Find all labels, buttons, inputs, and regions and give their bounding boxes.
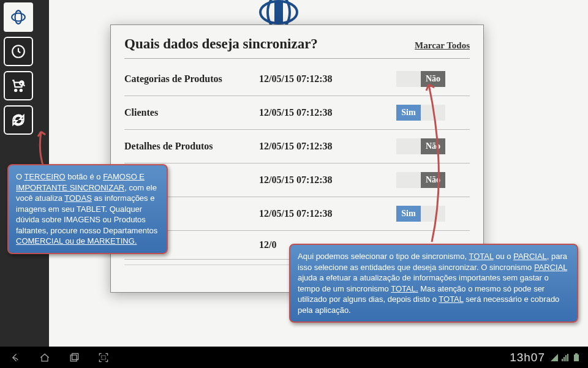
callout-sync-button: O TERCEIRO botão é o FAMOSO E IMPORTANTE… bbox=[7, 164, 168, 254]
android-navbar: 13h07 bbox=[0, 347, 588, 368]
status-icons bbox=[550, 353, 581, 362]
recent-apps-icon[interactable] bbox=[66, 350, 82, 366]
sync-row-name: Categorias de Produtos bbox=[124, 73, 259, 84]
back-icon[interactable] bbox=[7, 350, 23, 366]
clock-text[interactable]: 13h07 bbox=[510, 351, 545, 364]
cart-search-icon[interactable] bbox=[4, 71, 33, 100]
sync-row-timestamp: 12/05/15 07:12:38 bbox=[259, 208, 363, 219]
screenshot-icon[interactable] bbox=[96, 350, 111, 366]
rail-logo-icon[interactable] bbox=[4, 2, 33, 32]
svg-point-4 bbox=[15, 10, 22, 24]
callout-arrow-right bbox=[383, 80, 450, 245]
svg-point-3 bbox=[12, 13, 25, 21]
svg-point-8 bbox=[20, 81, 23, 85]
svg-rect-2 bbox=[274, 2, 283, 22]
sidebar-rail bbox=[4, 2, 33, 135]
sync-row-timestamp: 12/05/15 07:12:38 bbox=[259, 175, 363, 186]
svg-point-7 bbox=[20, 89, 22, 91]
sync-row-timestamp: 12/05/15 07:12:38 bbox=[259, 73, 363, 84]
svg-rect-12 bbox=[574, 355, 579, 361]
svg-point-6 bbox=[15, 89, 17, 91]
clock-icon[interactable] bbox=[4, 37, 33, 66]
callout-sync-type: Aqui podemos selecionar o tipo de sincro… bbox=[289, 244, 578, 323]
sync-row-timestamp: 12/05/15 07:12:38 bbox=[259, 141, 363, 152]
svg-rect-11 bbox=[102, 355, 106, 359]
sync-row-name: Clientes bbox=[124, 107, 259, 118]
svg-rect-13 bbox=[575, 353, 578, 355]
sync-icon[interactable] bbox=[4, 105, 33, 135]
mark-all-link[interactable]: Marcar Todos bbox=[415, 40, 470, 51]
svg-rect-10 bbox=[72, 353, 78, 359]
sync-row-timestamp: 12/05/15 07:12:38 bbox=[259, 107, 363, 118]
home-icon[interactable] bbox=[37, 350, 53, 366]
svg-rect-9 bbox=[70, 355, 77, 361]
dialog-title: Quais dados deseja sincronizar? bbox=[124, 36, 318, 52]
sync-row-name: Detalhes de Produtos bbox=[124, 141, 259, 152]
